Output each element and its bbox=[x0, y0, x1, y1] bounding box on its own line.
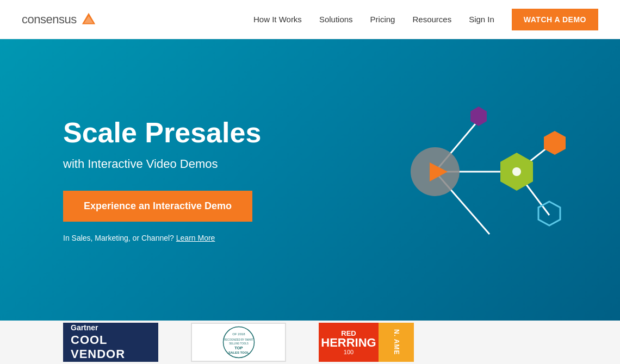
hero-subtitle: with Interactive Video Demos bbox=[63, 157, 261, 171]
hero-title: Scale Presales bbox=[63, 117, 261, 148]
experience-demo-button[interactable]: Experience an Interactive Demo bbox=[63, 191, 252, 222]
svg-marker-11 bbox=[544, 131, 566, 155]
svg-marker-12 bbox=[538, 202, 560, 225]
molecule-svg bbox=[348, 77, 587, 283]
red-herring-award: RED HERRING 100 N. AME bbox=[319, 323, 414, 362]
awards-bar: Gartner COOL VENDOR OF 2018 RECOGNIZED B… bbox=[0, 321, 620, 364]
svg-text:TOP: TOP bbox=[234, 346, 243, 350]
molecule-graphic bbox=[348, 77, 587, 283]
learn-more-link[interactable]: Learn More bbox=[176, 234, 215, 242]
gartner-label: COOL VENDOR bbox=[71, 333, 151, 361]
nav-pricing[interactable]: Pricing bbox=[370, 15, 395, 24]
logo[interactable]: consensus bbox=[22, 12, 96, 27]
watch-demo-button[interactable]: WATCH A DEMO bbox=[512, 9, 598, 30]
red-herring-sub: 100 bbox=[344, 349, 354, 355]
svg-point-13 bbox=[512, 167, 521, 176]
nav-resources[interactable]: Resources bbox=[412, 15, 451, 24]
red-herring-bottom: HERRING bbox=[321, 337, 376, 349]
sales-tool-circle: OF 2018 RECOGNIZED BY SMART SELLING TOOL… bbox=[222, 326, 255, 359]
gartner-brand: Gartner bbox=[71, 323, 151, 332]
svg-text:RECOGNIZED BY SMART: RECOGNIZED BY SMART bbox=[224, 338, 253, 341]
red-herring-badge: RED HERRING 100 N. AME bbox=[319, 323, 414, 362]
sales-tool-award: OF 2018 RECOGNIZED BY SMART SELLING TOOL… bbox=[191, 323, 286, 362]
logo-text: consensus bbox=[22, 12, 77, 27]
red-herring-right: N. AME bbox=[379, 323, 414, 362]
nav-links: How It Works Solutions Pricing Resources… bbox=[253, 15, 494, 24]
logo-icon bbox=[81, 12, 96, 27]
nav-how-it-works[interactable]: How It Works bbox=[253, 15, 302, 24]
nav-sign-in[interactable]: Sign In bbox=[469, 15, 494, 24]
sales-tool-badge: OF 2018 RECOGNIZED BY SMART SELLING TOOL… bbox=[191, 323, 286, 362]
learn-more-text: In Sales, Marketing, or Channel? Learn M… bbox=[63, 234, 261, 242]
svg-text:SALES TOOL: SALES TOOL bbox=[228, 351, 249, 354]
gartner-badge: Gartner COOL VENDOR bbox=[63, 323, 158, 362]
svg-text:OF 2018: OF 2018 bbox=[232, 332, 245, 336]
nav-solutions[interactable]: Solutions bbox=[319, 15, 353, 24]
svg-marker-9 bbox=[470, 106, 487, 126]
svg-text:SELLING TOOLS: SELLING TOOLS bbox=[229, 342, 248, 345]
navbar: consensus How It Works Solutions Pricing… bbox=[0, 0, 620, 39]
red-herring-left: RED HERRING 100 bbox=[319, 323, 379, 362]
gartner-award: Gartner COOL VENDOR bbox=[63, 323, 158, 362]
hero-section: Scale Presales with Interactive Video De… bbox=[0, 39, 620, 321]
hero-content: Scale Presales with Interactive Video De… bbox=[0, 117, 261, 242]
